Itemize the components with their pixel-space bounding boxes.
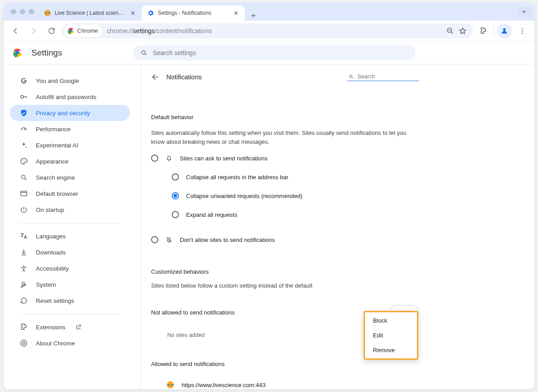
svg-point-6	[522, 30, 523, 31]
chrome-small-icon	[20, 339, 28, 347]
panel-search[interactable]	[347, 73, 419, 81]
settings-title: Settings	[30, 48, 62, 58]
chip-label: Chrome	[77, 27, 98, 34]
radio-sites-can-ask[interactable]: Sites can ask to send notifications	[151, 155, 419, 162]
tab-bar: Live Science | Latest science … ✕ Settin…	[4, 3, 534, 21]
translate-icon	[20, 232, 28, 240]
sidebar-item-downloads[interactable]: Downloads	[10, 244, 130, 260]
tab-title: Settings - Notifications	[158, 10, 229, 16]
sidebar-item-performance[interactable]: Performance	[10, 121, 130, 137]
svg-point-18	[21, 340, 27, 346]
customized-behaviors-title: Customized behaviors	[151, 268, 419, 275]
livescience-favicon-icon	[166, 381, 174, 389]
palette-icon	[20, 157, 28, 165]
profile-avatar[interactable]	[497, 23, 512, 39]
close-tab-icon[interactable]: ✕	[233, 10, 239, 17]
sidebar-divider	[20, 223, 120, 224]
sidebar-item-appearance[interactable]: Appearance	[10, 153, 130, 169]
key-icon	[20, 93, 28, 101]
svg-point-12	[22, 160, 23, 161]
site-chip[interactable]: Chrome	[65, 25, 102, 37]
sidebar-item-privacy[interactable]: Privacy and security	[10, 105, 130, 121]
download-icon	[20, 248, 28, 256]
svg-point-15	[22, 175, 25, 179]
svg-point-20	[350, 75, 352, 78]
default-behavior-desc: Sites automatically follow this setting …	[151, 129, 419, 146]
sidebar-item-languages[interactable]: Languages	[10, 228, 130, 244]
radio-collapse-address-bar[interactable]: Collapse all requests in the address bar	[172, 173, 419, 181]
search-icon	[20, 173, 28, 181]
svg-rect-16	[21, 191, 27, 196]
menu-item-block[interactable]: Block	[365, 313, 417, 328]
radio-icon[interactable]	[172, 211, 179, 218]
back-button[interactable]	[8, 23, 23, 39]
sidebar-item-extensions[interactable]: Extensions	[10, 319, 130, 335]
forward-button[interactable]	[26, 23, 41, 39]
sidebar-item-search-engine[interactable]: Search engine	[10, 169, 130, 185]
sidebar-item-autofill[interactable]: Autofill and passwords	[10, 89, 130, 105]
address-bar[interactable]: Chrome chrome://settings/content/notific…	[62, 23, 473, 39]
sidebar-item-on-startup[interactable]: On startup	[10, 202, 130, 218]
reload-button[interactable]	[44, 23, 59, 39]
close-tab-icon[interactable]: ✕	[130, 10, 136, 17]
radio-icon[interactable]	[172, 173, 179, 181]
search-icon	[348, 73, 354, 80]
external-link-icon	[75, 324, 82, 330]
panel-search-input[interactable]	[357, 73, 418, 80]
settings-main: Notifications Default behavior Sites aut…	[141, 65, 534, 389]
power-icon	[20, 206, 28, 214]
tab-settings[interactable]: Settings - Notifications ✕	[142, 5, 245, 21]
chevron-down-icon[interactable]	[517, 7, 531, 17]
sidebar-item-default-browser[interactable]: Default browser	[10, 185, 130, 202]
svg-point-10	[142, 51, 145, 54]
new-tab-button[interactable]: ＋	[245, 10, 262, 21]
accessibility-icon	[20, 264, 28, 272]
site-context-menu: Block Edit Remove	[364, 311, 418, 360]
url-text[interactable]: chrome://settings/content/notifications	[107, 27, 442, 34]
browser-toolbar: Chrome chrome://settings/content/notific…	[4, 21, 534, 41]
sidebar-item-reset[interactable]: Reset settings	[10, 293, 130, 309]
svg-point-13	[23, 159, 24, 160]
radio-icon[interactable]	[151, 155, 158, 162]
bookmark-star-icon[interactable]	[459, 27, 467, 35]
radio-dont-allow[interactable]: Don't allow sites to send notifications	[151, 236, 419, 243]
gear-favicon-icon	[147, 9, 154, 17]
bell-off-icon	[165, 236, 173, 243]
svg-point-11	[21, 95, 23, 98]
extensions-icon[interactable]	[476, 23, 491, 39]
sidebar-item-system[interactable]: System	[10, 276, 130, 293]
sparkle-icon	[20, 141, 28, 149]
radio-icon[interactable]	[151, 236, 158, 243]
radio-icon[interactable]	[172, 192, 179, 199]
svg-point-5	[522, 28, 523, 29]
close-dot[interactable]	[11, 9, 16, 14]
site-url: https://www.livescience.com:443	[182, 382, 265, 388]
menu-item-remove[interactable]: Remove	[365, 343, 417, 358]
settings-search[interactable]	[133, 45, 416, 60]
settings-search-input[interactable]	[153, 49, 408, 56]
customized-behaviors-desc: Sites listed below follow a custom setti…	[151, 282, 419, 289]
bell-icon	[165, 155, 173, 162]
window-controls[interactable]	[7, 9, 39, 14]
sidebar-item-accessibility[interactable]: Accessibility	[10, 260, 130, 276]
allowed-site-row[interactable]: https://www.livescience.com:443	[166, 381, 419, 389]
back-arrow-icon[interactable]	[151, 73, 160, 82]
sidebar-item-experimental-ai[interactable]: Experimental AI	[10, 137, 130, 153]
tab-live-science[interactable]: Live Science | Latest science … ✕	[39, 5, 142, 21]
tab-title: Live Science | Latest science …	[55, 10, 126, 16]
max-dot[interactable]	[29, 9, 34, 14]
allowed-label: Allowed to send notifications	[151, 361, 419, 367]
radio-expand-all[interactable]: Expand all requests	[172, 211, 419, 218]
sidebar-divider	[20, 314, 120, 314]
kebab-menu-icon[interactable]	[515, 23, 530, 39]
menu-item-edit[interactable]: Edit	[365, 328, 417, 343]
puzzle-icon	[20, 323, 28, 331]
settings-header: Settings	[4, 41, 534, 65]
sidebar-item-about[interactable]: About Chrome	[10, 335, 130, 351]
min-dot[interactable]	[20, 9, 25, 14]
radio-collapse-unwanted[interactable]: Collapse unwanted requests (recommended)	[172, 192, 419, 199]
not-allowed-label: Not allowed to send notifications	[151, 309, 234, 316]
zoom-icon[interactable]	[446, 27, 454, 35]
shield-icon	[20, 109, 28, 117]
sidebar-item-you-and-google[interactable]: You and Google	[10, 73, 130, 89]
